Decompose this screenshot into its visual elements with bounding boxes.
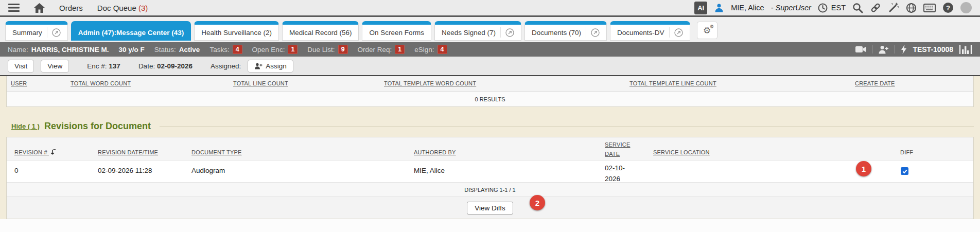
patient-info-bar: Name: HARRIS, CHRISTINE M. 30 y/o F Stat…	[0, 42, 980, 57]
tab-divider	[500, 27, 501, 38]
topbar-left: Orders Doc Queue (3)	[8, 3, 148, 13]
order-req-count-badge[interactable]: 1	[395, 45, 405, 54]
revisions-table: REVISION # REVISION DATE/TIME DOCUMENT T…	[6, 137, 974, 219]
tab-label: Needs Signed (7)	[442, 29, 496, 37]
keyboard-icon[interactable]	[923, 4, 936, 12]
presence-icon[interactable]	[960, 2, 972, 13]
tab-label: Admin (47):Message Center (43)	[78, 29, 184, 37]
column-header-total-line-count[interactable]: TOTAL LINE COUNT	[233, 80, 288, 86]
tab-label: Health Surveillance (2)	[201, 29, 272, 37]
tab-summary[interactable]: Summary	[5, 21, 68, 41]
due-list-count-badge[interactable]: 9	[338, 45, 348, 54]
search-icon[interactable]	[852, 3, 863, 13]
enc-date: Date: 02-09-2026	[138, 62, 192, 70]
patient-order-req[interactable]: Order Req: 1	[358, 45, 405, 54]
assign-user-icon	[254, 63, 262, 69]
tab-admin-message-center[interactable]: Admin (47):Message Center (43)	[71, 21, 191, 41]
column-header-total-template-word-count[interactable]: TOTAL TEMPLATE WORD COUNT	[384, 80, 476, 86]
tab-divider	[669, 27, 670, 38]
column-header-create-date[interactable]: CREATE DATE	[855, 80, 895, 86]
nav-orders[interactable]: Orders	[59, 4, 83, 12]
column-header-total-word-count[interactable]: TOTAL WORD COUNT	[71, 80, 131, 86]
wand-icon[interactable]	[888, 2, 899, 13]
view-diffs-button[interactable]: View Diffs	[467, 202, 513, 215]
tab-on-screen-forms[interactable]: On Screen Forms	[362, 21, 431, 41]
enc-number: Enc #: 137	[87, 62, 120, 70]
tab-label: On Screen Forms	[369, 29, 424, 37]
assign-button[interactable]: Assign	[248, 60, 293, 73]
page-bottom-space	[0, 219, 980, 232]
column-header-service-date[interactable]: SERVICE DATE	[605, 140, 634, 158]
globe-icon[interactable]	[906, 3, 917, 13]
external-link-icon[interactable]	[505, 28, 514, 37]
view-button[interactable]: View	[41, 60, 69, 73]
tab-label: Summary	[12, 29, 42, 37]
patient-bar-tools: TEST-10008	[855, 45, 972, 54]
patient-esign[interactable]: eSign: 4	[414, 45, 447, 54]
tab-documents[interactable]: Documents (70)	[524, 21, 607, 41]
empty-results-row: 0 RESULTS	[7, 92, 973, 106]
revisions-heading: Hide ( 1 ) Revisions for Document	[11, 119, 974, 133]
external-link-icon[interactable]	[52, 28, 61, 37]
clock-icon[interactable]	[818, 3, 828, 13]
diff-checkbox[interactable]	[901, 167, 908, 175]
patient-age-sex: 30 y/o F	[119, 46, 145, 53]
tab-health-surveillance[interactable]: Health Surveillance (2)	[194, 21, 279, 41]
tab-divider	[586, 27, 586, 38]
patient-tasks[interactable]: Tasks: 4	[209, 45, 242, 54]
chart-tab-strip: Summary Admin (47):Message Center (43) H…	[0, 17, 980, 42]
hide-revisions-link[interactable]: Hide ( 1 )	[11, 122, 40, 130]
encounter-toolbar: Visit View Enc #: 137 Date: 02-09-2026 A…	[0, 57, 980, 76]
flowsheet-chart-icon[interactable]	[959, 45, 972, 54]
home-icon[interactable]	[34, 3, 45, 13]
ai-badge[interactable]: AI	[694, 2, 707, 14]
tab-documents-dv[interactable]: Documents-DV	[610, 21, 690, 41]
menu-icon[interactable]	[8, 4, 20, 12]
visit-button[interactable]: Visit	[8, 60, 34, 73]
open-enc-count-badge[interactable]: 1	[288, 45, 297, 54]
user-role: - SuperUser	[771, 4, 811, 12]
external-link-icon[interactable]	[591, 28, 600, 37]
tasks-count-badge[interactable]: 4	[233, 45, 242, 54]
separator	[872, 45, 872, 53]
tab-medical-record[interactable]: Medical Record (56)	[282, 21, 359, 41]
add-user-icon[interactable]	[878, 45, 889, 54]
timezone-label: EST	[831, 4, 846, 12]
column-header-authored-by[interactable]: AUTHORED BY	[414, 149, 456, 155]
tab-label: Medical Record (56)	[289, 29, 352, 37]
tab-settings-button[interactable]: ⚙ ⚙	[697, 22, 717, 39]
column-header-service-location[interactable]: SERVICE LOCATION	[653, 149, 710, 155]
column-header-diff: DIFF	[900, 149, 913, 155]
lightning-icon[interactable]	[901, 45, 907, 54]
topbar-right: AI MIE, Alice - SuperUser EST ?	[694, 2, 972, 14]
video-camera-icon[interactable]	[855, 46, 866, 53]
pagination-status: DISPLAYING 1-1 / 1	[7, 183, 973, 197]
cell-revision-datetime: 02-09-2026 11:28	[98, 167, 152, 174]
revision-row: 0 02-09-2026 11:28 Audiogram MIE, Alice …	[7, 160, 973, 183]
patient-name: Name: HARRIS, CHRISTINE M.	[8, 46, 109, 53]
revisions-table-footer: View Diffs	[7, 197, 973, 219]
column-header-revision-num[interactable]: REVISION #	[14, 149, 56, 155]
cell-document-type: Audiogram	[191, 167, 225, 174]
tab-label: Documents-DV	[617, 29, 664, 37]
tab-divider	[47, 27, 47, 38]
nav-doc-queue[interactable]: Doc Queue (3)	[97, 4, 148, 12]
top-toolbar: Orders Doc Queue (3) AI MIE, Alice - Sup…	[0, 0, 980, 17]
word-count-table-header: USER TOTAL WORD COUNT TOTAL LINE COUNT T…	[7, 76, 973, 92]
external-link-icon[interactable]	[674, 28, 683, 37]
svg-text:?: ?	[946, 4, 950, 12]
help-icon[interactable]: ?	[942, 2, 954, 13]
word-count-table: USER TOTAL WORD COUNT TOTAL LINE COUNT T…	[6, 76, 974, 107]
tab-needs-signed[interactable]: Needs Signed (7)	[434, 21, 521, 41]
link-icon[interactable]	[870, 2, 881, 13]
column-header-revision-datetime[interactable]: REVISION DATE/TIME	[98, 149, 158, 155]
patient-open-enc[interactable]: Open Enc: 1	[252, 45, 298, 54]
cell-revision-num: 0	[14, 167, 19, 174]
column-header-document-type[interactable]: DOCUMENT TYPE	[191, 149, 242, 155]
column-header-user[interactable]: USER	[11, 80, 27, 86]
annotation-badge-2: 2	[530, 195, 545, 210]
user-name[interactable]: MIE, Alice	[731, 4, 764, 12]
patient-due-list[interactable]: Due List: 9	[307, 45, 347, 54]
esign-count-badge[interactable]: 4	[437, 45, 447, 54]
column-header-total-template-line-count[interactable]: TOTAL TEMPLATE LINE COUNT	[629, 80, 716, 86]
